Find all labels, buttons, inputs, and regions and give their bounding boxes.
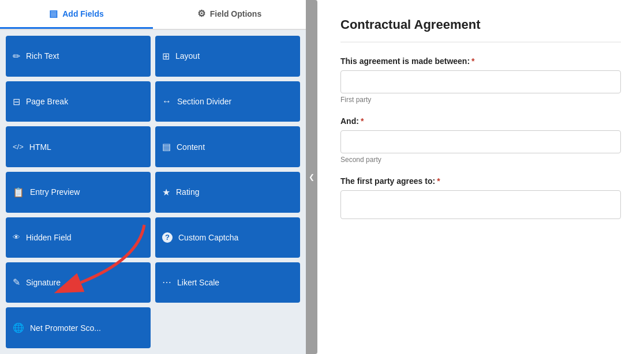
right-panel: Contractual Agreement This agreement is …: [317, 0, 644, 354]
field-html[interactable]: </> HTML: [6, 126, 151, 167]
collapse-icon: ❮: [309, 173, 314, 181]
collapse-handle[interactable]: ❮: [306, 0, 317, 354]
required-star-1: *: [471, 57, 474, 66]
page-break-icon: ⊟: [13, 96, 20, 107]
form-title: Contractual Agreement: [340, 17, 621, 43]
content-icon: ▤: [162, 141, 171, 152]
field-layout[interactable]: ⊞ Layout: [155, 36, 300, 77]
section-divider-icon: ↔: [162, 96, 171, 107]
tab-add-fields[interactable]: ▤ Add Fields: [0, 0, 153, 29]
custom-captcha-label: Custom Captcha: [178, 233, 238, 242]
field-page-break[interactable]: ⊟ Page Break: [6, 81, 151, 122]
field-signature[interactable]: ✎ Signature: [6, 262, 151, 303]
second-party-input[interactable]: [340, 130, 621, 153]
field-hidden-field[interactable]: 👁 Hidden Field: [6, 217, 151, 258]
likert-scale-icon: ⋯: [162, 277, 171, 288]
rich-text-label: Rich Text: [26, 51, 59, 61]
first-party-agrees-label: The first party agrees to:*: [340, 176, 621, 186]
first-party-hint: First party: [340, 96, 621, 104]
net-promoter-label: Net Promoter Sco...: [30, 323, 101, 333]
hidden-field-label: Hidden Field: [26, 233, 72, 242]
fields-grid: ✏ Rich Text ⊞ Layout ⊟ Page Break ↔ Sect…: [0, 30, 306, 354]
rich-text-icon: ✏: [13, 51, 20, 62]
entry-preview-label: Entry Preview: [30, 187, 80, 197]
tab-field-options-label: Field Options: [210, 9, 261, 18]
first-party-agrees-input[interactable]: [340, 190, 621, 219]
field-rich-text[interactable]: ✏ Rich Text: [6, 36, 151, 77]
content-label: Content: [177, 142, 205, 152]
page-break-label: Page Break: [26, 97, 68, 106]
field-custom-captcha[interactable]: ? Custom Captcha: [155, 217, 300, 258]
custom-captcha-icon: ?: [162, 232, 173, 243]
field-net-promoter[interactable]: 🌐 Net Promoter Sco...: [6, 307, 151, 348]
rating-icon: ★: [162, 187, 170, 198]
layout-icon: ⊞: [162, 51, 170, 62]
entry-preview-icon: 📋: [13, 187, 24, 198]
field-options-icon: ⚙: [197, 8, 205, 19]
section-divider-label: Section Divider: [177, 97, 231, 106]
field-likert-scale[interactable]: ⋯ Likert Scale: [155, 262, 300, 303]
field-section-divider[interactable]: ↔ Section Divider: [155, 81, 300, 122]
form-group-first-party: This agreement is made between:* First p…: [340, 57, 621, 104]
html-label: HTML: [29, 142, 51, 152]
likert-scale-label: Likert Scale: [177, 278, 219, 287]
first-party-input[interactable]: [340, 70, 621, 93]
form-group-first-party-agrees: The first party agrees to:*: [340, 176, 621, 221]
signature-label: Signature: [26, 278, 61, 287]
rating-label: Rating: [176, 187, 199, 197]
required-star-3: *: [437, 176, 440, 186]
tabs-bar: ▤ Add Fields ⚙ Field Options: [0, 0, 306, 30]
hidden-field-icon: 👁: [13, 233, 20, 242]
html-icon: </>: [13, 142, 24, 151]
left-panel: ▤ Add Fields ⚙ Field Options ✏ Rich Text…: [0, 0, 306, 354]
field-rating[interactable]: ★ Rating: [155, 172, 300, 213]
field-content[interactable]: ▤ Content: [155, 126, 300, 167]
field-entry-preview[interactable]: 📋 Entry Preview: [6, 172, 151, 213]
layout-label: Layout: [175, 51, 200, 61]
second-party-label: And:*: [340, 116, 621, 126]
form-group-second-party: And:* Second party: [340, 116, 621, 164]
add-fields-icon: ▤: [49, 8, 58, 19]
first-party-label: This agreement is made between:*: [340, 57, 621, 66]
required-star-2: *: [361, 116, 364, 126]
net-promoter-icon: 🌐: [13, 322, 24, 333]
signature-icon: ✎: [13, 277, 20, 288]
tab-add-fields-label: Add Fields: [62, 9, 104, 18]
second-party-hint: Second party: [340, 156, 621, 164]
tab-field-options[interactable]: ⚙ Field Options: [153, 0, 306, 29]
